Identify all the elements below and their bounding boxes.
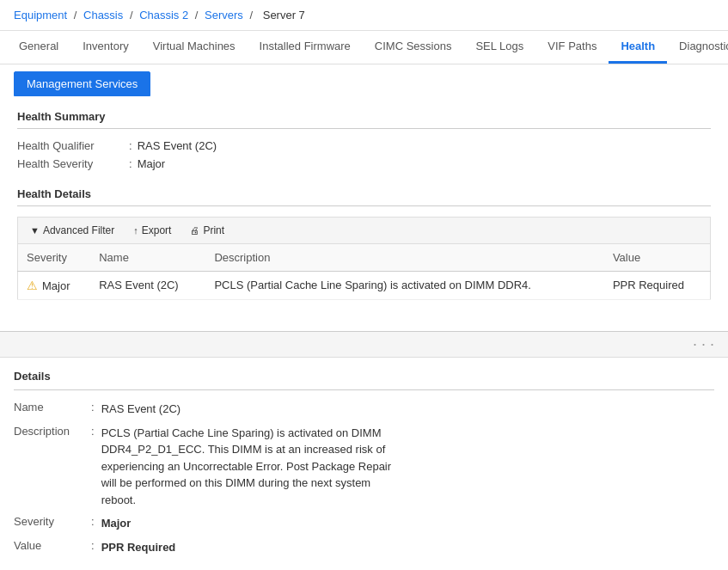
health-severity-label: Health Severity [17,157,129,170]
health-qualifier-label: Health Qualifier [17,139,129,152]
col-value: Value [604,244,711,272]
export-label: Export [142,224,172,236]
divider-section: · · · Details Name : RAS Event (2C) Desc… [0,331,728,570]
details-severity-label: Severity [14,515,91,532]
export-button[interactable]: ↑ Export [130,223,174,238]
details-severity-value: Major [101,515,132,532]
table-row[interactable]: ⚠ Major RAS Event (2C) PCLS (Partial Cac… [18,272,711,300]
table-header-row: Severity Name Description Value [18,244,711,272]
severity-text: Major [42,279,70,292]
details-name-label: Name [14,401,91,418]
details-value-label: Value [14,539,91,556]
row-description: PCLS (Partial Cache Line Sparing) is act… [205,272,603,300]
breadcrumb-servers[interactable]: Servers [205,9,243,21]
tab-inventory[interactable]: Inventory [70,31,140,64]
details-severity-row: Severity : Major [14,515,714,532]
details-name-row: Name : RAS Event (2C) [14,401,714,418]
resize-handle[interactable]: · · · [686,334,721,355]
warning-icon: ⚠ [27,279,38,292]
tab-general[interactable]: General [7,31,70,64]
sub-tab-management-services[interactable]: Management Services [14,71,150,96]
health-details-section: Health Details ▼ Advanced Filter ↑ Expor… [17,187,711,300]
details-description-label: Description [14,425,91,509]
main-content: Health Summary Health Qualifier : RAS Ev… [0,96,728,314]
tabs-bar: General Inventory Virtual Machines Insta… [0,31,728,64]
details-description-row: Description : PCLS (Partial Cache Line S… [14,425,714,509]
details-panel: Details Name : RAS Event (2C) Descriptio… [0,358,728,570]
export-icon: ↑ [133,225,138,236]
health-severity-value: Major [138,157,166,170]
health-details-title: Health Details [17,187,711,206]
advanced-filter-button[interactable]: ▼ Advanced Filter [27,223,118,238]
breadcrumb: Equipment / Chassis / Chassis 2 / Server… [0,0,728,31]
tab-virtual-machines[interactable]: Virtual Machines [141,31,248,64]
row-value: PPR Required [604,272,711,300]
health-summary-title: Health Summary [17,110,711,129]
filter-icon: ▼ [30,225,40,236]
tab-vif-paths[interactable]: VIF Paths [535,31,609,64]
breadcrumb-chassis2[interactable]: Chassis 2 [139,9,188,21]
col-description: Description [205,244,603,272]
details-toolbar: ▼ Advanced Filter ↑ Export 🖨 Print [17,217,711,243]
tab-diagnostics[interactable]: Diagnostics [667,31,728,64]
tab-installed-firmware[interactable]: Installed Firmware [248,31,363,64]
row-severity: ⚠ Major [18,272,91,300]
sub-tabs: Management Services [0,64,728,96]
health-details-table: Severity Name Description Value ⚠ Major … [17,243,711,300]
breadcrumb-current: Server 7 [263,9,305,21]
tab-cimc-sessions[interactable]: CIMC Sessions [363,31,464,64]
details-panel-title: Details [14,370,714,390]
health-qualifier-row: Health Qualifier : RAS Event (2C) [17,139,711,152]
row-name: RAS Event (2C) [90,272,205,300]
col-severity: Severity [18,244,91,272]
details-name-value: RAS Event (2C) [101,401,180,418]
print-label: Print [203,224,224,236]
health-summary-section: Health Summary Health Qualifier : RAS Ev… [17,110,711,170]
tab-sel-logs[interactable]: SEL Logs [463,31,535,64]
health-qualifier-value: RAS Event (2C) [138,139,217,152]
col-name: Name [90,244,205,272]
health-severity-row: Health Severity : Major [17,157,711,170]
details-value-value: PPR Required [101,539,176,556]
details-value-row: Value : PPR Required [14,539,714,556]
breadcrumb-equipment[interactable]: Equipment [14,9,67,21]
print-icon: 🖨 [190,225,199,236]
details-description-value: PCLS (Partial Cache Line Sparing) is act… [101,425,394,509]
print-button[interactable]: 🖨 Print [187,223,228,238]
filter-label: Advanced Filter [43,224,114,236]
tab-health[interactable]: Health [609,31,667,64]
breadcrumb-chassis[interactable]: Chassis [83,9,123,21]
